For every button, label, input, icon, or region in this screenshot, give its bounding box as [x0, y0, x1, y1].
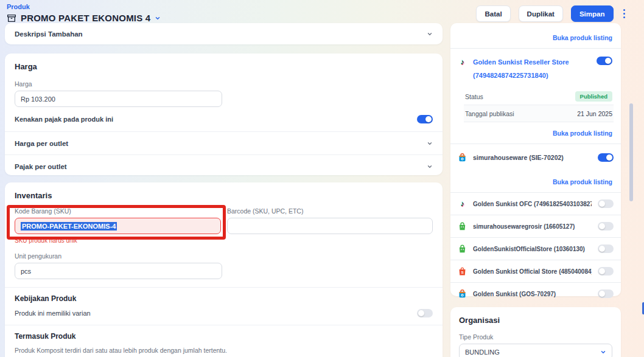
- channel-name: Golden Sunkist OFC (7496182540310382782): [473, 201, 592, 207]
- channel-id-link[interactable]: (7494824874225731840): [473, 69, 569, 82]
- channel-name: simurahousewaregrosir (16605127): [473, 223, 592, 230]
- page-header: Produk PROMO PAKET EKONOMIS 4 Batal Dupl…: [0, 0, 644, 23]
- unit-input-value: pcs: [21, 268, 31, 275]
- channel-name-link[interactable]: Golden Sunkist Reseller Store: [473, 55, 569, 69]
- sku-error-message: SKU produk harus unik: [15, 237, 221, 244]
- sku-label: Kode Barang (SKU): [15, 207, 221, 215]
- sku-input-value: PROMO-PAKET-EKONOMIS-4: [21, 222, 117, 230]
- open-listing-link[interactable]: Buka produk listing: [553, 34, 612, 41]
- channel-name: GoldenSunkistOfficialStore (10360130): [473, 246, 592, 252]
- chevron-down-icon: [427, 140, 433, 147]
- chevron-down-icon: [427, 31, 433, 37]
- pajak-toggle[interactable]: [417, 115, 433, 123]
- breadcrumb[interactable]: Produk: [7, 3, 30, 10]
- blibli-bag-icon: [458, 153, 467, 162]
- channel-row: Golden Sunkist (GOS-70297): [458, 283, 614, 305]
- channel-toggle[interactable]: [597, 57, 612, 65]
- channel-row: ♪ Golden Sunkist Reseller Store (7494824…: [458, 49, 614, 86]
- unit-label: Unit pengukuran: [15, 252, 433, 260]
- tipe-produk-label: Tipe Produk: [459, 333, 612, 341]
- channel-row: ♪ Golden Sunkist OFC (749618254031038278…: [458, 193, 614, 215]
- channel-name: Golden Sunkist (GOS-70297): [473, 291, 592, 297]
- vertical-scrollbar[interactable]: [629, 103, 633, 201]
- inventaris-card: Inventaris Kode Barang (SKU) PROMO-PAKET…: [5, 182, 443, 357]
- pajak-per-outlet-section[interactable]: Pajak per outlet: [15, 155, 433, 178]
- publish-date-value: 21 Jun 2025: [577, 110, 612, 117]
- publish-date-label: Tanggal publikasi: [465, 110, 514, 117]
- title-chevron-down-icon[interactable]: [155, 15, 161, 21]
- page-title: PROMO PAKET EKONOMIS 4: [21, 13, 150, 23]
- channel-toggle[interactable]: [598, 289, 614, 298]
- harga-card: Harga Harga Rp 103.200 Kenakan pajak pad…: [5, 54, 443, 175]
- deskripsi-tambahan-section[interactable]: Deskripsi Tambahan: [5, 23, 443, 44]
- channel-name: Golden Sunkist Official Store (485040084…: [473, 268, 592, 275]
- channel-toggle[interactable]: [598, 199, 614, 208]
- varian-toggle-label: Produk ini memiliki varian: [15, 310, 91, 317]
- tokopedia-bag-icon: [458, 222, 467, 231]
- duplicate-button[interactable]: Duplikat: [519, 5, 563, 22]
- open-listing-link[interactable]: Buka produk listing: [553, 178, 612, 185]
- channel-toggle[interactable]: [598, 222, 614, 230]
- channel-toggle[interactable]: [598, 153, 614, 162]
- sku-input[interactable]: PROMO-PAKET-EKONOMIS-4: [15, 218, 221, 234]
- pajak-per-outlet-title: Pajak per outlet: [15, 163, 67, 170]
- harga-input[interactable]: Rp 103.200: [15, 91, 222, 107]
- channel-details-table: Status Published Tanggal publikasi 21 Ju…: [464, 88, 614, 122]
- status-badge: Published: [575, 91, 612, 102]
- channel-row: S Golden Sunkist Official Store (4850400…: [458, 260, 614, 282]
- deskripsi-tambahan-title: Deskripsi Tambahan: [15, 30, 83, 38]
- tiktok-icon: ♪: [458, 57, 467, 66]
- varian-toggle[interactable]: [417, 309, 433, 317]
- listing-channels-card: Buka produk listing ♪ Golden Sunkist Res…: [450, 23, 621, 296]
- unit-input[interactable]: pcs: [15, 263, 222, 279]
- termasuk-produk-description: Produk Komposit terdiri dari satu atau l…: [15, 347, 433, 354]
- termasuk-produk-title: Termasuk Produk: [15, 332, 433, 341]
- open-listing-link[interactable]: Buka produk listing: [553, 130, 612, 137]
- kebab-menu-icon[interactable]: [621, 7, 628, 21]
- organisasi-card: Organisasi Tipe Produk BUNDLING: [450, 307, 621, 357]
- inventaris-title: Inventaris: [15, 191, 433, 200]
- barcode-label: Barcode (SKU, UPC, ETC): [227, 207, 433, 215]
- pajak-toggle-label: Kenakan pajak pada produk ini: [15, 116, 113, 123]
- chevron-down-icon: [600, 349, 606, 355]
- tiktok-icon: ♪: [458, 199, 467, 209]
- svg-text:S: S: [461, 269, 463, 274]
- channel-row: simurahouseware (SIE-70202): [458, 144, 614, 171]
- tokopedia-bag-icon: [458, 244, 467, 254]
- cancel-button[interactable]: Batal: [476, 5, 510, 22]
- channel-row: simurahousewaregrosir (16605127): [458, 215, 614, 237]
- channel-name: simurahouseware (SIE-70202): [473, 154, 592, 161]
- channel-toggle[interactable]: [598, 267, 614, 276]
- kebijakan-produk-title: Kebijakan Produk: [15, 294, 433, 303]
- harga-field-label: Harga: [15, 80, 433, 88]
- status-label: Status: [465, 93, 483, 100]
- shopee-bag-icon: S: [458, 267, 467, 276]
- organisasi-title: Organisasi: [459, 316, 612, 325]
- channel-row: GoldenSunkistOfficialStore (10360130): [458, 238, 614, 260]
- chevron-down-icon: [427, 164, 433, 170]
- save-button[interactable]: Simpan: [571, 5, 614, 22]
- harga-per-outlet-section[interactable]: Harga per outlet: [15, 132, 433, 154]
- package-icon: [7, 13, 16, 23]
- tipe-produk-select[interactable]: BUNDLING: [459, 344, 612, 357]
- blibli-bag-icon: [458, 289, 467, 299]
- barcode-input[interactable]: [227, 218, 433, 234]
- product-edit-page: Produk PROMO PAKET EKONOMIS 4 Batal Dupl…: [0, 0, 644, 357]
- harga-input-value: Rp 103.200: [21, 95, 55, 103]
- channel-toggle[interactable]: [598, 244, 614, 253]
- tipe-produk-value: BUNDLING: [465, 348, 500, 356]
- harga-per-outlet-title: Harga per outlet: [15, 140, 68, 147]
- harga-title: Harga: [15, 62, 433, 71]
